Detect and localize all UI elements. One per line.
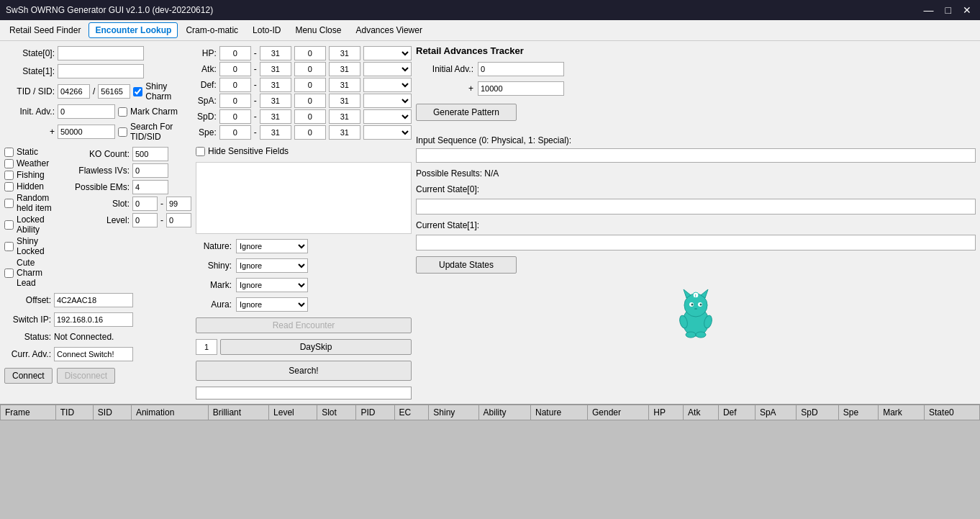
def-min2-input[interactable] [294,78,326,92]
encounter-area [196,162,412,234]
hp-label: HP: [196,48,217,58]
plus-input[interactable] [58,125,115,139]
weather-checkbox[interactable] [4,159,14,168]
fishing-checkbox[interactable] [4,171,14,180]
locked-ability-checkbox[interactable] [4,220,14,230]
def-max2-input[interactable] [329,78,360,92]
current-state1-input[interactable] [416,235,976,251]
shiny-charm-checkbox[interactable] [133,87,142,96]
spe-min2-input[interactable] [294,125,326,140]
init-adv-input[interactable] [58,104,115,119]
curr-adv-input[interactable] [54,347,133,361]
table-container: Frame TID SID Animation Brilliant Level … [0,404,980,519]
aura-select[interactable]: Ignore [236,297,308,312]
cute-charm-lead-checkbox[interactable] [4,268,14,278]
spd-min2-input[interactable] [294,109,326,124]
tab-retail-seed-finder[interactable]: Retail Seed Finder [3,22,87,38]
spe-max-input[interactable] [260,125,291,140]
menu-bar: Retail Seed Finder Encounter Lookup Cram… [0,20,980,41]
shiny-locked-checkbox[interactable] [4,242,14,251]
atk-max-input[interactable] [260,62,291,76]
input-seq-input[interactable] [416,148,976,163]
hp-max2-input[interactable] [329,46,360,60]
nature-select[interactable]: Ignore [236,239,308,253]
spe-max2-input[interactable] [329,125,360,140]
hide-sensitive-checkbox[interactable] [196,147,205,156]
mark-select[interactable]: Ignore [236,278,308,292]
tab-menu-close[interactable]: Menu Close [289,22,348,38]
slot-max-input[interactable] [166,197,191,211]
read-encounter-button[interactable]: Read Encounter [196,317,412,333]
tab-encounter-lookup[interactable]: Encounter Lookup [89,22,178,38]
atk-min-input[interactable] [219,62,251,76]
current-state0-input[interactable] [416,199,976,215]
slot-min-input[interactable] [132,197,158,211]
spe-select[interactable] [363,125,412,140]
spa-max2-input[interactable] [329,94,360,108]
spd-max-input[interactable] [260,109,291,124]
offset-input[interactable] [54,293,133,307]
update-states-button[interactable]: Update States [416,256,517,274]
atk-select[interactable] [363,62,412,76]
random-held-item-checkbox[interactable] [4,199,14,208]
state0-label: State[0]: [4,48,55,58]
ko-count-label: KO Count: [65,149,130,159]
atk-min2-input[interactable] [294,62,326,76]
input-seq-label: Input Sequence (0: Physical, 1: Special)… [416,135,976,145]
minimize-button[interactable]: — [921,4,937,16]
level-max-input[interactable] [166,213,191,227]
close-button[interactable]: ✕ [960,4,974,16]
connect-button[interactable]: Connect [4,368,53,384]
mark-charm-checkbox[interactable] [118,107,127,117]
spd-select[interactable] [363,109,412,124]
tracker-initial-adv-input[interactable] [478,62,564,76]
tab-loto-id[interactable]: Loto-ID [246,22,287,38]
def-min-input[interactable] [219,78,251,92]
state0-input[interactable] [58,46,144,60]
sid-input[interactable] [98,84,130,99]
disconnect-button[interactable]: Disconnect [57,368,115,384]
mark-label: Mark: [196,280,232,290]
def-max-input[interactable] [260,78,291,92]
level-min-input[interactable] [132,213,158,227]
maximize-button[interactable]: □ [943,4,954,16]
search-button[interactable]: Search! [196,361,412,381]
generate-pattern-button[interactable]: Generate Pattern [416,104,517,121]
hp-min2-input[interactable] [294,46,326,60]
switch-ip-input[interactable] [54,312,133,327]
svg-point-8 [694,308,697,310]
shiny-charm-label: Shiny Charm [145,81,191,101]
spd-max2-input[interactable] [329,109,360,124]
tracker-plus-input[interactable] [478,81,564,96]
tab-cram-o-matic[interactable]: Cram-o-matic [179,22,245,38]
state1-input[interactable] [58,64,144,78]
possible-ems-input[interactable] [132,180,168,194]
status-row: Status: Not Connected. [4,332,191,342]
hp-max-input[interactable] [260,46,291,60]
dayskip-button[interactable]: DaySkip [220,339,412,355]
hidden-checkbox[interactable] [4,182,14,191]
spa-min-input[interactable] [219,94,251,108]
fishing-label: Fishing [17,170,45,180]
spa-min2-input[interactable] [294,94,326,108]
atk-max2-input[interactable] [329,62,360,76]
flawless-ivs-input[interactable] [132,163,168,178]
spe-min-input[interactable] [219,125,251,140]
def-select[interactable] [363,78,412,92]
hp-min-input[interactable] [219,46,251,60]
results-tbody [1,420,980,520]
tid-input[interactable] [58,84,90,99]
dayskip-count-input[interactable] [196,339,217,355]
spd-min-input[interactable] [219,109,251,124]
ko-count-input[interactable] [132,147,168,161]
spa-max-input[interactable] [260,94,291,108]
spa-select[interactable] [363,94,412,108]
mark-charm-label: Mark Charm [130,107,178,117]
title-bar: SwSh OWRNG Generator GUI v2.1.0 (dev-202… [0,0,980,20]
search-tid-sid-checkbox[interactable] [118,127,127,137]
hp-select[interactable] [363,46,412,60]
static-checkbox[interactable] [4,148,14,157]
iv-spa-row: SpA: - [196,93,412,109]
shiny-select[interactable]: Ignore [236,258,308,273]
tab-advances-viewer[interactable]: Advances Viewer [349,22,429,38]
